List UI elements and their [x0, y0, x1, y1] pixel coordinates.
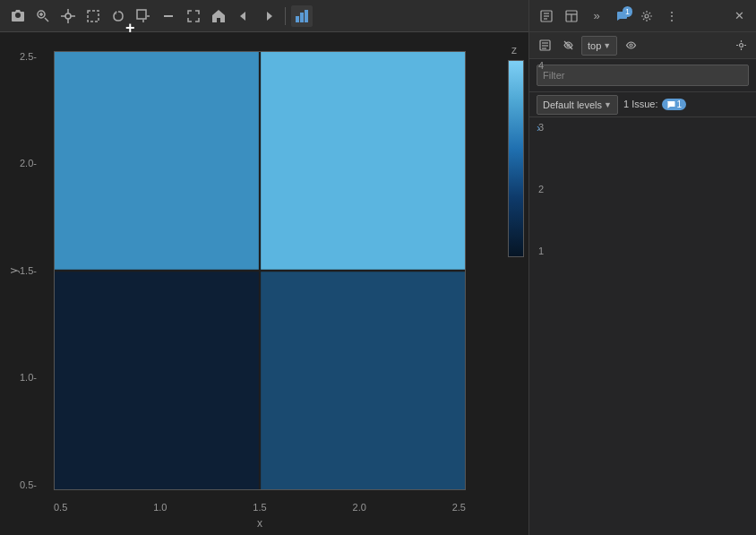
close-button[interactable]: ✕ — [727, 4, 751, 28]
secondary-inspect-button[interactable] — [535, 36, 554, 56]
colorbar-gradient — [508, 60, 524, 257]
layout-button[interactable] — [560, 4, 583, 28]
zoom-tool-button[interactable] — [32, 5, 54, 27]
colorbar-label-3: 3 — [538, 122, 544, 133]
svg-rect-19 — [55, 52, 260, 271]
issues-badge: 1 Issue: 1 — [623, 99, 686, 110]
default-levels-arrow: ▼ — [604, 100, 612, 109]
chart-container: y 2.5- 2.0- 1.5- 1.0- 0.5- — [54, 51, 466, 490]
issue-label: 1 Issue: — [623, 99, 658, 109]
camera-tool-button[interactable] — [7, 5, 29, 27]
svg-rect-9 — [88, 11, 99, 22]
right-content: › — [529, 117, 756, 535]
home-tool-button[interactable] — [208, 5, 229, 27]
select-tool-button[interactable] — [82, 5, 104, 27]
colorbar: z 4 3 2 1 — [508, 60, 524, 257]
svg-rect-17 — [300, 13, 304, 22]
y-axis: 2.5- 2.0- 1.5- 1.0- 0.5- — [20, 51, 37, 490]
svg-rect-16 — [296, 16, 299, 22]
colorbar-label-2: 2 — [538, 184, 544, 194]
bar-chart-tool-button[interactable] — [291, 5, 313, 27]
svg-rect-22 — [260, 271, 465, 489]
chat-badge: 1 — [623, 6, 632, 18]
expand-tool-button[interactable] — [183, 5, 204, 27]
top-view-label: top — [588, 40, 601, 51]
inspect-button[interactable] — [535, 4, 558, 28]
svg-marker-15 — [267, 12, 272, 21]
svg-line-1 — [45, 18, 48, 22]
svg-rect-10 — [137, 10, 146, 19]
y-axis-title: y — [7, 268, 20, 273]
ellipsis-button[interactable]: ⋮ — [660, 4, 683, 28]
chat-button[interactable]: 1 — [610, 4, 633, 28]
svg-point-8 — [65, 13, 71, 19]
svg-rect-18 — [305, 10, 308, 22]
svg-point-32 — [645, 14, 649, 18]
settings-button[interactable] — [635, 4, 658, 28]
colorbar-label-4: 4 — [538, 60, 544, 71]
x-label-2-5: 2.5 — [452, 502, 466, 513]
default-levels-label: Default levels — [543, 99, 602, 110]
right-secondary-toolbar: top ▼ — [529, 32, 756, 59]
svg-rect-20 — [260, 52, 465, 271]
svg-rect-21 — [55, 271, 260, 489]
x-label-1-0: 1.0 — [153, 502, 167, 513]
colorbar-title: z — [511, 44, 517, 56]
x-axis: 0.5 1.0 1.5 2.0 2.5 — [54, 502, 466, 513]
no-eye-button[interactable] — [558, 36, 578, 56]
filter-area — [529, 59, 756, 92]
lasso-tool-button[interactable] — [107, 5, 129, 27]
arrow-left-tool-button[interactable] — [233, 5, 254, 27]
filter-input[interactable] — [537, 65, 749, 86]
chart-panel: + y 2.5- 2.0- 1.5- 1.0- 0.5- — [0, 0, 528, 535]
top-dropdown-arrow: ▼ — [603, 41, 611, 50]
secondary-settings-button[interactable] — [731, 36, 751, 56]
svg-rect-13 — [164, 15, 173, 17]
arrow-right-tool-button[interactable] — [258, 5, 279, 27]
top-view-button[interactable]: top ▼ — [581, 36, 617, 56]
chart-toolbar — [0, 0, 528, 32]
x-label-0-5: 0.5 — [54, 502, 67, 513]
rect-tool-button[interactable] — [133, 5, 154, 27]
svg-marker-14 — [240, 12, 245, 21]
colorbar-labels: 4 3 2 1 — [538, 60, 544, 257]
x-axis-title: x — [257, 517, 262, 530]
svg-point-40 — [739, 44, 743, 47]
y-label-1-5: 1.5- — [20, 265, 37, 276]
crosshair-tool-button[interactable] — [57, 5, 79, 27]
issue-chat-icon — [666, 100, 675, 109]
issues-bar: Default levels ▼ 1 Issue: 1 — [529, 92, 756, 117]
toolbar-separator — [285, 7, 286, 25]
heatmap-svg — [55, 52, 465, 489]
x-label-2-0: 2.0 — [353, 502, 366, 513]
y-label-2-5: 2.5- — [20, 51, 37, 62]
minus-tool-button[interactable] — [158, 5, 179, 27]
right-toolbar: » 1 ⋮ ✕ — [529, 0, 756, 32]
x-label-1-5: 1.5 — [253, 502, 266, 513]
svg-point-39 — [630, 44, 632, 47]
eye-button[interactable] — [621, 36, 640, 56]
more-button[interactable]: » — [585, 4, 608, 28]
default-levels-button[interactable]: Default levels ▼ — [537, 95, 618, 115]
colorbar-label-1: 1 — [538, 246, 544, 256]
y-label-1-0: 1.0- — [20, 372, 37, 383]
issue-count: 1 — [662, 99, 687, 110]
y-label-2-0: 2.0- — [20, 158, 37, 168]
right-panel: » 1 ⋮ ✕ — [528, 0, 756, 535]
plot-area — [54, 51, 466, 490]
y-label-0-5: 0.5- — [20, 479, 37, 490]
chart-area[interactable]: + y 2.5- 2.0- 1.5- 1.0- 0.5- — [0, 32, 528, 535]
